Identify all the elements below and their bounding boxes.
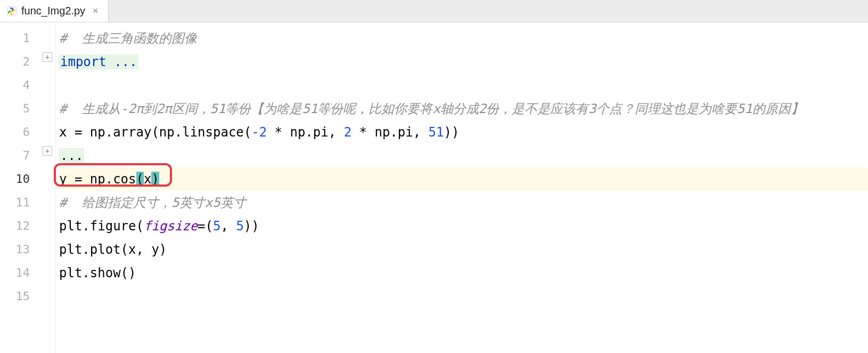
kwarg: figsize [144, 219, 198, 234]
code-line[interactable]: plt.show() [59, 261, 868, 285]
code-line-current[interactable]: y = np.cos(x) [59, 167, 868, 191]
comment-text: # 生成从-2π到2π区间，51等份【为啥是51等份呢，比如你要将x轴分成2份，… [59, 101, 804, 116]
number-literal: 2 [344, 125, 351, 140]
line-number: 13 [0, 238, 42, 261]
close-icon[interactable]: × [89, 5, 102, 17]
code-text: plt.figure( [59, 219, 144, 234]
code-line[interactable]: ... [59, 144, 868, 167]
code-line[interactable] [59, 285, 868, 308]
line-number: 15 [0, 285, 42, 308]
code-area[interactable]: # 生成三角函数的图像 import ... # 生成从-2π到2π区间，51等… [55, 22, 868, 353]
number-literal: 5 [213, 219, 220, 234]
code-text: )) [444, 125, 460, 140]
number-literal: 51 [429, 125, 444, 140]
fold-column: + + [42, 22, 55, 353]
line-number-gutter: 1 2 4 5 6 7 10 11 12 13 14 15 [0, 22, 42, 353]
editor: 1 2 4 5 6 7 10 11 12 13 14 15 + + # 生成三角… [0, 22, 868, 353]
code-text: , [220, 219, 236, 234]
code-line[interactable]: import ... [59, 50, 868, 74]
code-text: plt.plot(x, y) [59, 242, 167, 257]
line-number: 7 [0, 144, 42, 167]
tab-filename: func_Img2.py [21, 5, 85, 17]
folded-region[interactable]: ... [59, 148, 84, 163]
code-text: )) [244, 219, 259, 234]
code-text: x = np.array(np.linspace( [59, 125, 251, 140]
code-line[interactable]: plt.plot(x, y) [59, 238, 868, 261]
file-tab[interactable]: func_Img2.py × [0, 0, 109, 22]
bracket-match: ) [151, 172, 159, 187]
code-line[interactable]: # 给图指定尺寸，5英寸x5英寸 [59, 191, 868, 214]
code-line[interactable]: x = np.array(np.linspace(-2 * np.pi, 2 *… [59, 121, 868, 144]
python-file-icon [6, 6, 17, 17]
line-number: 6 [0, 121, 42, 144]
line-number: 12 [0, 214, 42, 238]
line-number: 4 [0, 74, 42, 97]
code-line[interactable]: plt.figure(figsize=(5, 5)) [59, 214, 868, 238]
code-line[interactable]: # 生成从-2π到2π区间，51等份【为啥是51等份呢，比如你要将x轴分成2份，… [59, 97, 868, 121]
code-text: x [144, 172, 151, 187]
line-number: 11 [0, 191, 42, 214]
line-number: 10 [0, 167, 42, 191]
line-number: 14 [0, 261, 42, 285]
folded-import[interactable]: import ... [59, 54, 138, 69]
comment-text: # 生成三角函数的图像 [59, 31, 197, 46]
line-number: 2 [0, 50, 42, 74]
code-text: * np.pi, [267, 125, 344, 140]
bracket-match: ( [136, 172, 144, 187]
tab-bar: func_Img2.py × [0, 0, 868, 22]
fold-expand-icon[interactable]: + [43, 52, 52, 62]
line-number: 5 [0, 97, 42, 121]
code-text: * np.pi, [351, 125, 429, 140]
number-literal: -2 [251, 125, 267, 140]
fold-expand-icon[interactable]: + [43, 146, 52, 156]
code-text: y = np.cos [59, 172, 136, 187]
code-text: plt.show() [59, 266, 136, 280]
number-literal: 5 [236, 219, 243, 234]
code-line[interactable] [59, 74, 868, 97]
code-line[interactable]: # 生成三角函数的图像 [59, 27, 868, 50]
line-number: 1 [0, 27, 42, 50]
code-text: =( [198, 219, 213, 234]
comment-text: # 给图指定尺寸，5英寸x5英寸 [59, 195, 246, 210]
